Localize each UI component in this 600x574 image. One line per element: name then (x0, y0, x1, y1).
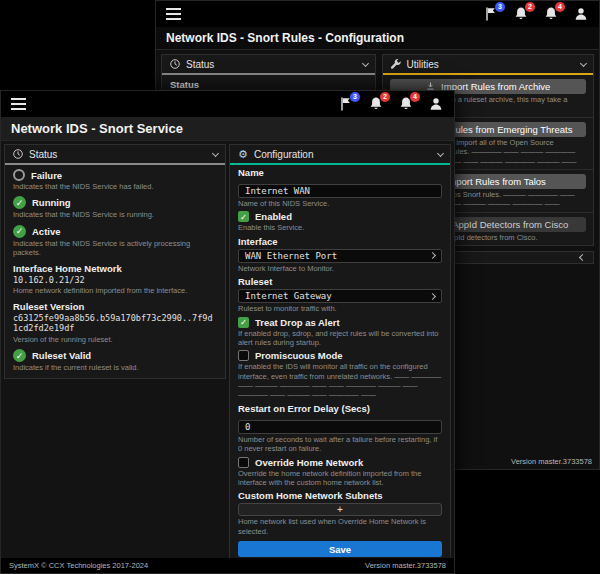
rules-status-panel-header[interactable]: Status (162, 55, 375, 75)
interface-select[interactable]: WAN Ethernet Port (238, 249, 442, 263)
checkbox-label: Treat Drop as Alert (255, 317, 340, 328)
promiscuous-mode-checkbox[interactable]: Promiscuous Mode (238, 350, 442, 361)
field-label: Interface (238, 236, 442, 247)
service-status-panel-header[interactable]: Status (5, 145, 225, 165)
checkbox-unchecked-icon (238, 350, 249, 361)
select-value: WAN Ethernet Port (245, 251, 337, 261)
field-help: Ruleset to monitor traffic with. (238, 304, 442, 313)
page-title: Network IDS - Snort Service (1, 117, 454, 141)
field-help: Home network list used when Override Hom… (238, 517, 442, 536)
checkbox-checked-icon: ✓ (238, 211, 249, 222)
chevron-down-icon (212, 149, 219, 156)
chevron-down-icon (580, 59, 587, 66)
status-item-help: Indicates that the NIDS Service is runni… (13, 210, 217, 219)
field-label: Ruleset (238, 276, 442, 287)
user-icon[interactable] (573, 6, 589, 22)
field-label: Name (238, 167, 442, 178)
checkbox-unchecked-icon (238, 457, 249, 468)
status-item-ruleset-valid: ✓ Ruleset Valid Indicates if the current… (5, 345, 225, 377)
alarm-badge: 4 (410, 92, 420, 102)
status-item-active: ✓ Active Indicates that the NIDS Service… (5, 221, 225, 259)
field-enabled: ✓ Enabled Enable this Service. (230, 209, 450, 233)
clock-icon (12, 148, 24, 160)
status-item-help: Version of the running ruleset. (13, 335, 217, 344)
status-item-label: Ruleset Valid (32, 350, 91, 361)
alarm-badge: 4 (555, 2, 565, 12)
status-item-label: Ruleset Version (13, 301, 217, 312)
ruleset-select[interactable]: Internet Gateway (238, 289, 442, 303)
field-help: If enabled the IDS will monitor all traf… (238, 362, 442, 400)
add-subnet-button[interactable]: + (238, 503, 442, 516)
override-home-network-checkbox[interactable]: Override Home Network (238, 457, 442, 468)
status-item-running: ✓ Running Indicates that the NIDS Servic… (5, 192, 225, 220)
field-override-home-network: Override Home Network Override the home … (230, 455, 450, 489)
chevron-right-icon (429, 293, 436, 300)
enabled-checkbox[interactable]: ✓ Enabled (238, 211, 442, 222)
alarm-bell-icon[interactable]: 4 (398, 96, 414, 112)
flag-icon[interactable]: 3 (338, 96, 354, 112)
menu-icon[interactable] (166, 8, 181, 20)
save-button[interactable]: Save (238, 541, 442, 557)
bell-icon[interactable]: 2 (513, 6, 529, 22)
service-status-panel: Status Failure Indicates that the NIDS S… (4, 144, 226, 379)
field-name: Name Name of this NIDS Service. (230, 165, 450, 209)
status-item-help: Home network definition imported from th… (13, 286, 217, 295)
status-item-home-network: Interface Home Network 10.162.0.21/32 Ho… (5, 259, 225, 297)
check-icon: ✓ (13, 196, 26, 209)
topbar-icons: 3 2 4 (483, 6, 589, 22)
field-help: Name of this NIDS Service. (238, 199, 442, 208)
plus-icon: + (337, 504, 343, 515)
panel-title: Configuration (254, 149, 313, 160)
status-item-ruleset-version: Ruleset Version c63125fe99aa8b56.b59a170… (5, 297, 225, 346)
status-item-label: Interface Home Network (13, 263, 217, 274)
panel-title: Utilities (407, 59, 439, 70)
check-icon: ✓ (13, 349, 26, 362)
topbar: 3 2 4 (1, 91, 454, 117)
field-treat-drop-as-alert: ✓ Treat Drop as Alert If enabled drop, s… (230, 315, 450, 349)
circle-icon (13, 169, 25, 181)
field-ruleset: Ruleset Internet Gateway Ruleset to moni… (230, 274, 450, 314)
configuration-panel: ⚙ Configuration Name Name of this NIDS S… (229, 144, 451, 564)
panel-title: Status (29, 149, 57, 160)
status-item-help: Indicates if the current ruleset is vali… (13, 363, 217, 372)
checkbox-checked-icon: ✓ (238, 317, 249, 328)
field-label: Custom Home Network Subnets (238, 490, 442, 501)
version-label: Version master.3733578 (365, 561, 446, 570)
footer: SystemX © CCX Technologies 2017-2024 Ver… (1, 558, 454, 573)
status-item-value: 10.162.0.21/32 (13, 275, 217, 286)
status-item-value: c63125fe99aa8b56.b59a170bf73c2990..7f9d1… (13, 313, 217, 334)
configuration-panel-header[interactable]: ⚙ Configuration (230, 145, 450, 165)
field-help: Enable this Service. (238, 223, 442, 232)
select-value: Internet Gateway (245, 291, 332, 301)
version-label: Version master.3733578 (511, 457, 592, 466)
bell-badge: 2 (380, 92, 390, 102)
user-icon[interactable] (428, 96, 444, 112)
field-interface: Interface WAN Ethernet Port Network Inte… (230, 234, 450, 274)
menu-icon[interactable] (11, 98, 26, 110)
rules-utilities-panel-header[interactable]: Utilities (383, 55, 594, 75)
status-item-label: Active (32, 226, 61, 237)
name-input[interactable] (238, 184, 442, 198)
field-restart-delay: Restart on Error Delay (Secs) Number of … (230, 401, 450, 455)
clock-icon (169, 58, 181, 70)
treat-drop-as-alert-checkbox[interactable]: ✓ Treat Drop as Alert (238, 317, 442, 328)
gear-icon: ⚙ (237, 148, 249, 160)
topbar-icons: 3 2 4 (338, 96, 444, 112)
status-item-help: Indicates that the NIDS Service is activ… (13, 239, 217, 258)
chevron-left-icon (579, 254, 586, 261)
restart-delay-input[interactable] (238, 420, 442, 434)
flag-badge: 3 (350, 92, 360, 102)
bell-icon[interactable]: 2 (368, 96, 384, 112)
page-title: Network IDS - Snort Rules - Configuratio… (156, 27, 599, 50)
copyright-label: SystemX © CCX Technologies 2017-2024 (9, 561, 148, 570)
field-help: Network Interface to Monitor. (238, 264, 442, 273)
field-help: If enabled drop, sdrop, and reject rules… (238, 329, 442, 348)
alarm-bell-icon[interactable]: 4 (543, 6, 559, 22)
check-icon: ✓ (13, 225, 26, 238)
field-help: Number of seconds to wait after a failur… (238, 435, 442, 454)
field-promiscuous-mode: Promiscuous Mode If enabled the IDS will… (230, 348, 450, 401)
chevron-down-icon (437, 149, 444, 156)
flag-icon[interactable]: 3 (483, 6, 499, 22)
chevron-down-icon (361, 59, 368, 66)
button-label: Import Rules from Archive (441, 81, 550, 92)
